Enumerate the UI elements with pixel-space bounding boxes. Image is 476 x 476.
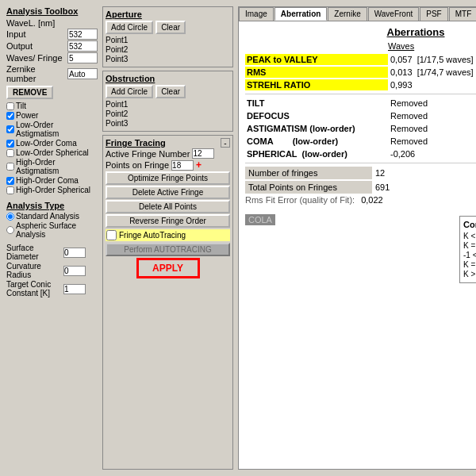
- delete-all-button[interactable]: Delete All Points: [106, 200, 230, 213]
- conic-row-5: K > 0 Oblate Ellipsoid: [463, 270, 476, 278]
- low-sph-label: Low-Order Spherical: [16, 148, 89, 157]
- output-field[interactable]: [67, 40, 98, 52]
- remove-button[interactable]: REMOVE: [6, 86, 53, 99]
- tab-psf[interactable]: PSF: [420, 7, 447, 21]
- aspheric-label: Aspheric Surface Analysis: [16, 221, 98, 239]
- table-row: SPHERICAL (low-order) -0,206 -109,3 nm.: [245, 148, 476, 159]
- obs-point3: Point3: [106, 119, 230, 128]
- low-astig-checkbox[interactable]: [6, 125, 14, 133]
- high-coma-checkbox[interactable]: [6, 177, 14, 185]
- tab-mtf[interactable]: MTF: [449, 7, 476, 21]
- active-fringe-label: Active Fringe Number: [106, 149, 190, 159]
- obs-point2: Point2: [106, 109, 230, 118]
- num-fringes-value: 12: [375, 168, 385, 178]
- table-row: RMS 0,013 [1/74,7 waves] 7,1 nm.: [245, 67, 476, 78]
- surface-diam-field[interactable]: [63, 248, 86, 258]
- surface-diam-label: Surface Diameter: [6, 244, 62, 261]
- aperture-clear-button[interactable]: Clear: [155, 21, 186, 34]
- rms-value: 0,013 [1/74,7 waves]: [388, 67, 476, 78]
- input-label: Input: [6, 29, 65, 39]
- target-conic-field[interactable]: [63, 284, 86, 294]
- high-coma-label: High-Order Coma: [16, 176, 79, 185]
- aberrations-title: Aberrations: [245, 26, 476, 38]
- strehl-name: STREHL RATIO: [245, 79, 388, 90]
- toolbox-title: Analysis Toolbox: [6, 6, 98, 16]
- tab-wavefront[interactable]: WaveFront: [368, 7, 420, 21]
- input-field[interactable]: [67, 29, 98, 40]
- output-label: Output: [6, 41, 65, 51]
- optimize-fringe-button[interactable]: Optimize Fringe Points: [106, 171, 230, 185]
- rms-fit-value: 0,022: [361, 195, 383, 205]
- low-coma-checkbox[interactable]: [6, 140, 14, 148]
- tabs-row: Image Aberration Zernike WaveFront PSF M…: [239, 7, 476, 21]
- points-fringe-field[interactable]: [171, 160, 194, 171]
- standard-radio[interactable]: [6, 213, 14, 221]
- aperture-title: Aperture: [106, 10, 230, 19]
- curvature-field[interactable]: [63, 266, 86, 276]
- points-fringe-label: Points on Fringe: [106, 160, 169, 170]
- perform-autotracing-button[interactable]: Perform AUTOTRACING: [106, 243, 230, 256]
- aspheric-radio[interactable]: [6, 226, 14, 234]
- defocus-value: Removed: [388, 110, 476, 121]
- strehl-value: 0,993: [388, 79, 476, 90]
- fringe-title: Fringe Tracing: [106, 138, 166, 148]
- power-checkbox[interactable]: [6, 112, 14, 120]
- low-sph-checkbox[interactable]: [6, 149, 14, 157]
- coma-value: Removed: [388, 136, 476, 147]
- tab-zernike[interactable]: Zernike: [328, 7, 367, 21]
- rms-name: RMS: [245, 67, 388, 78]
- aperture-add-circle-button[interactable]: Add Circle: [106, 21, 153, 34]
- cola-badge: COLA: [245, 214, 275, 225]
- curvature-label: Curvature Radius: [6, 262, 62, 279]
- total-points-label: Total Points on Fringes: [245, 181, 372, 194]
- high-sph-checkbox[interactable]: [6, 186, 14, 194]
- table-row: PEAK to VALLEY 0,057 [1/17,5 waves] 30,4…: [245, 54, 476, 65]
- fringe-plus-button[interactable]: +: [196, 159, 202, 171]
- standard-label: Standard Analysis: [16, 212, 79, 221]
- conic-row-4: K = 0 Sphere: [463, 260, 476, 269]
- tilt-checkbox[interactable]: [6, 102, 14, 110]
- conic-row-3: -1 < K < 0 Prolate Ellipsoid: [463, 251, 476, 259]
- tab-image[interactable]: Image: [239, 7, 274, 21]
- obs-point1: Point1: [106, 100, 230, 109]
- waves-field[interactable]: [67, 52, 98, 63]
- total-points-value: 691: [375, 182, 390, 192]
- spherical-value: -0,206: [388, 148, 476, 159]
- zernike-label: Zernike number: [6, 64, 65, 83]
- zernike-field[interactable]: [67, 68, 98, 79]
- astig-value: Removed: [388, 123, 476, 134]
- num-fringes-label: Number of fringes: [245, 167, 372, 179]
- table-row: STREHL RATIO 0,993: [245, 79, 476, 90]
- checkboxes-list: Tilt Power Low-Order Astigmatism Low-Ord…: [6, 102, 98, 194]
- target-conic-label: Target Conic Constant [K]: [6, 280, 62, 298]
- low-astig-label: Low-Order Astigmatism: [16, 121, 98, 138]
- low-coma-label: Low-Order Coma: [16, 139, 77, 148]
- autotracing-checkbox[interactable]: [106, 230, 117, 240]
- tilt-name: TILT: [245, 98, 388, 109]
- obs-add-circle-button[interactable]: Add Circle: [106, 85, 153, 98]
- spherical-name: SPHERICAL (low-order): [245, 148, 388, 159]
- delete-active-button[interactable]: Delete Active Fringe: [106, 186, 230, 199]
- table-row: ASTIGMATISM (low-order) Removed: [245, 123, 476, 134]
- obs-clear-button[interactable]: Clear: [155, 85, 186, 98]
- conic-row-1: K < -1 Hyperbola: [463, 232, 476, 240]
- aperture-point3: Point3: [106, 55, 230, 63]
- obstruction-title: Obstruction: [106, 74, 230, 83]
- reverse-fringe-button[interactable]: Reverse Fringe Order: [106, 214, 230, 228]
- power-label: Power: [16, 111, 38, 120]
- astig-name: ASTIGMATISM (low-order): [245, 123, 388, 134]
- aperture-point1: Point1: [106, 36, 230, 44]
- tilt-value: Removed: [388, 98, 476, 109]
- high-astig-checkbox[interactable]: [6, 163, 14, 171]
- table-row: DEFOCUS Removed: [245, 110, 476, 121]
- active-fringe-field[interactable]: [192, 148, 214, 159]
- analysis-type-title: Analysis Type: [6, 201, 98, 210]
- col-name-header: [245, 41, 388, 51]
- apply-button[interactable]: APPLY: [136, 258, 200, 278]
- conic-title: Conic Constant (K) range: [463, 220, 476, 229]
- tab-aberration[interactable]: Aberration: [274, 7, 328, 21]
- waves-label: Waves/ Fringe: [6, 53, 65, 63]
- coma-name: COMA (low-order): [245, 136, 388, 147]
- table-row: COMA (low-order) Removed: [245, 136, 476, 147]
- fringe-minus-button[interactable]: -: [221, 138, 230, 148]
